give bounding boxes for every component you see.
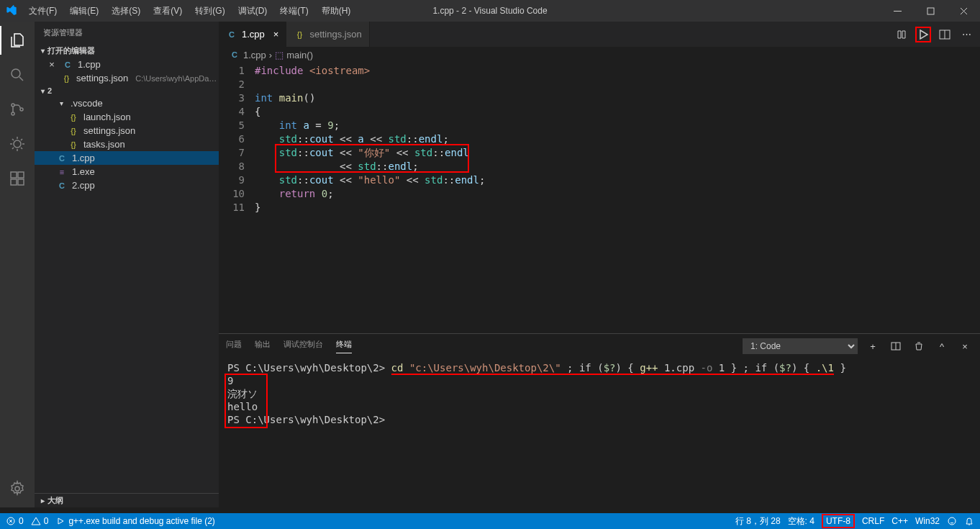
file-1cpp[interactable]: C1.cpp — [35, 151, 219, 165]
status-linecol[interactable]: 行 8，列 28 — [735, 515, 781, 528]
file-2cpp[interactable]: C2.cpp — [35, 178, 219, 192]
statusbar: 0 0 g++.exe build and debug active file … — [0, 513, 980, 529]
status-spaces[interactable]: 空格: 4 — [788, 515, 815, 528]
more-icon[interactable]: ⋯ — [958, 27, 974, 42]
terminal[interactable]: PS C:\Users\wyh\Desktop\2> cd "c:\Users\… — [219, 356, 980, 513]
status-feedback-icon[interactable] — [947, 516, 957, 526]
status-eol[interactable]: CRLF — [862, 516, 884, 526]
vscode-logo-icon — [6, 5, 17, 17]
sidebar-title: 资源管理器 — [35, 22, 219, 44]
symbol-icon: ⬚ — [275, 50, 283, 60]
status-bell-icon[interactable] — [964, 516, 974, 526]
file-settingsjson[interactable]: {}settings.json — [35, 124, 219, 137]
svg-point-11 — [15, 487, 19, 491]
panel-tab-output[interactable]: 输出 — [255, 339, 271, 353]
status-lang[interactable]: C++ — [891, 516, 908, 526]
json-file-icon: {} — [294, 30, 305, 39]
menubar: 文件(F) 编辑(E) 选择(S) 查看(V) 转到(G) 调试(D) 终端(T… — [23, 2, 356, 20]
activitybar — [0, 22, 35, 507]
close-panel-icon[interactable]: × — [957, 338, 973, 354]
close-window-button[interactable] — [947, 0, 980, 22]
svg-rect-8 — [18, 172, 24, 178]
status-warnings[interactable]: 0 — [31, 516, 49, 526]
open-editor-1cpp[interactable]: ×C1.cpp — [35, 58, 219, 71]
maximize-panel-icon[interactable]: ^ — [934, 338, 950, 354]
search-icon[interactable] — [0, 60, 35, 89]
tab-settingsjson[interactable]: {}settings.json — [286, 22, 369, 47]
new-terminal-icon[interactable]: + — [865, 338, 881, 354]
compare-icon[interactable] — [894, 27, 909, 42]
menu-view[interactable]: 查看(V) — [148, 2, 188, 20]
file-1exe[interactable]: ≡1.exe — [35, 165, 219, 178]
menu-help[interactable]: 帮助(H) — [316, 2, 357, 20]
svg-point-2 — [12, 69, 20, 78]
split-terminal-icon[interactable] — [888, 338, 904, 354]
folder-vscode[interactable]: ▾.vscode — [35, 96, 219, 110]
menu-file[interactable]: 文件(F) — [23, 2, 63, 20]
cpp-file-icon: C — [56, 154, 68, 163]
open-editor-settingsjson[interactable]: {}settings.jsonC:\Users\wyh\AppData\... — [35, 71, 219, 85]
cpp-file-icon: C — [229, 50, 240, 59]
debug-icon[interactable] — [0, 130, 35, 158]
menu-debug[interactable]: 调试(D) — [232, 2, 273, 20]
svg-point-6 — [14, 140, 21, 148]
tab-1cpp[interactable]: C1.cpp× — [219, 22, 286, 47]
panel-tab-terminal[interactable]: 终端 — [336, 339, 352, 353]
svg-rect-10 — [18, 179, 24, 185]
json-file-icon: {} — [68, 113, 79, 122]
cpp-file-icon: C — [56, 181, 68, 190]
breadcrumb[interactable]: C 1.cpp › ⬚ main() — [219, 47, 980, 63]
svg-point-4 — [12, 112, 14, 115]
window-title: 1.cpp - 2 - Visual Studio Code — [432, 6, 547, 16]
minimize-button[interactable] — [881, 0, 914, 22]
menu-edit[interactable]: 编辑(E) — [64, 2, 104, 20]
cpp-file-icon: C — [62, 60, 73, 69]
source-control-icon[interactable] — [0, 95, 35, 124]
status-encoding[interactable]: UTF-8 — [822, 514, 855, 528]
menu-selection[interactable]: 选择(S) — [106, 2, 146, 20]
maximize-button[interactable] — [914, 0, 947, 22]
bottom-panel: 问题 输出 调试控制台 终端 1: Code + ^ × PS C:\Users… — [219, 333, 980, 513]
svg-point-17 — [948, 517, 956, 525]
svg-rect-7 — [11, 172, 17, 178]
workspace-header[interactable]: ▾2 — [35, 85, 219, 96]
extensions-icon[interactable] — [0, 164, 35, 193]
open-editors-header[interactable]: ▾打开的编辑器 — [35, 44, 219, 58]
panel-tab-problems[interactable]: 问题 — [226, 339, 242, 353]
menu-goto[interactable]: 转到(G) — [189, 2, 230, 20]
titlebar: 文件(F) 编辑(E) 选择(S) 查看(V) 转到(G) 调试(D) 终端(T… — [0, 0, 980, 22]
highlight-box-code — [275, 144, 469, 173]
status-errors[interactable]: 0 — [6, 516, 24, 526]
json-file-icon: {} — [68, 127, 79, 135]
minimap[interactable] — [898, 106, 970, 192]
svg-point-3 — [12, 104, 14, 107]
settings-gear-icon[interactable] — [0, 474, 35, 503]
cpp-file-icon: C — [226, 30, 237, 39]
terminal-select[interactable]: 1: Code — [743, 338, 858, 354]
exe-file-icon: ≡ — [56, 168, 68, 176]
menu-terminal[interactable]: 终端(T) — [274, 2, 314, 20]
close-icon[interactable]: × — [273, 29, 279, 40]
file-launchjson[interactable]: {}launch.json — [35, 110, 219, 124]
svg-rect-9 — [11, 179, 17, 185]
status-build[interactable]: g++.exe build and debug active file (2) — [55, 516, 214, 526]
json-file-icon: {} — [61, 74, 72, 83]
kill-terminal-icon[interactable] — [911, 338, 927, 354]
split-editor-icon[interactable] — [937, 27, 953, 42]
status-os[interactable]: Win32 — [915, 516, 940, 526]
outline-header[interactable]: ▸大纲 — [35, 493, 219, 507]
close-icon[interactable]: × — [46, 59, 58, 70]
explorer-icon[interactable] — [0, 26, 35, 55]
json-file-icon: {} — [68, 140, 79, 149]
svg-rect-1 — [927, 8, 934, 14]
sidebar-explorer: 资源管理器 ▾打开的编辑器 ×C1.cpp {}settings.jsonC:\… — [35, 22, 219, 507]
svg-rect-0 — [894, 11, 902, 12]
svg-point-5 — [20, 108, 23, 111]
file-tasksjson[interactable]: {}tasks.json — [35, 137, 219, 151]
run-button[interactable] — [915, 27, 931, 42]
tabs-bar: C1.cpp× {}settings.json ⋯ — [219, 22, 980, 47]
highlight-box-terminal — [224, 374, 268, 428]
panel-tab-debugconsole[interactable]: 调试控制台 — [283, 339, 323, 353]
